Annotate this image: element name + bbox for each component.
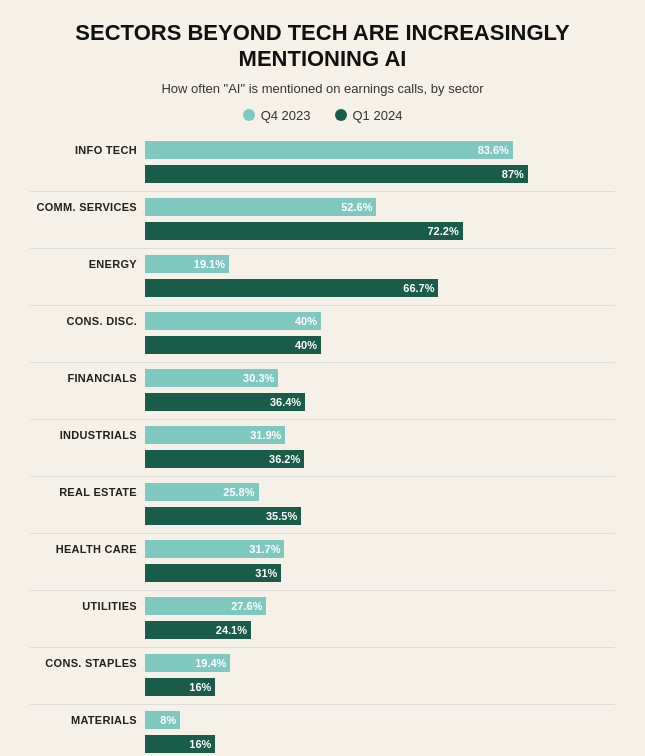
bar-value-q4: 25.8%: [223, 486, 254, 498]
bar-group: FINANCIALS30.3%36.4%: [30, 367, 615, 420]
bar-value-q1: 16%: [189, 738, 211, 750]
bar-q4: 19.1%: [145, 255, 229, 273]
bar-q1: 24.1%: [145, 621, 251, 639]
bar-value-q1: 36.4%: [270, 396, 301, 408]
bar-container-q1: 66.7%: [145, 279, 615, 297]
chart-area: INFO TECH83.6%87%COMM. SERVICES52.6%72.2…: [30, 139, 615, 756]
sector-label: INDUSTRIALS: [30, 429, 145, 441]
bar-value-q1: 87%: [502, 168, 524, 180]
bar-q1: 35.5%: [145, 507, 301, 525]
bar-container-q1: 24.1%: [145, 621, 615, 639]
bar-value-q4: 52.6%: [341, 201, 372, 213]
bar-row-q4: MATERIALS8%: [30, 709, 615, 731]
sector-label: ENERGY: [30, 258, 145, 270]
bar-container-q4: 8%: [145, 711, 615, 729]
bar-value-q1: 35.5%: [266, 510, 297, 522]
bar-value-q4: 8%: [160, 714, 176, 726]
sector-label: INFO TECH: [30, 144, 145, 156]
bar-row-q1: 36.2%: [30, 448, 615, 470]
bar-container-q4: 19.1%: [145, 255, 615, 273]
bar-row-q4: UTILITIES27.6%: [30, 595, 615, 617]
bar-container-q1: 72.2%: [145, 222, 615, 240]
bar-q1: 16%: [145, 678, 215, 696]
bar-row-q1: 72.2%: [30, 220, 615, 242]
bar-row-q1: 35.5%: [30, 505, 615, 527]
bar-value-q4: 31.7%: [249, 543, 280, 555]
sector-label: CONS. STAPLES: [30, 657, 145, 669]
legend: Q4 2023 Q1 2024: [30, 108, 615, 123]
bar-container-q1: 35.5%: [145, 507, 615, 525]
bar-value-q4: 27.6%: [231, 600, 262, 612]
bar-q1: 40%: [145, 336, 321, 354]
bar-q4: 31.7%: [145, 540, 284, 558]
chart-title: SECTORS BEYOND TECH ARE INCREASINGLY MEN…: [30, 20, 615, 73]
bar-container-q4: 40%: [145, 312, 615, 330]
bar-group: COMM. SERVICES52.6%72.2%: [30, 196, 615, 249]
bar-row-q1: 16%: [30, 733, 615, 755]
legend-q1: Q1 2024: [335, 108, 403, 123]
bar-q1: 16%: [145, 735, 215, 753]
bar-row-q4: ENERGY19.1%: [30, 253, 615, 275]
bar-q1: 36.2%: [145, 450, 304, 468]
bar-value-q1: 36.2%: [269, 453, 300, 465]
bar-row-q4: HEALTH CARE31.7%: [30, 538, 615, 560]
sector-label: REAL ESTATE: [30, 486, 145, 498]
bar-q4: 40%: [145, 312, 321, 330]
bar-q1: 36.4%: [145, 393, 305, 411]
bar-container-q4: 52.6%: [145, 198, 615, 216]
bar-q4: 83.6%: [145, 141, 513, 159]
bar-row-q1: 66.7%: [30, 277, 615, 299]
bar-group: CONS. DISC.40%40%: [30, 310, 615, 363]
bar-value-q1: 72.2%: [427, 225, 458, 237]
bar-container-q1: 36.4%: [145, 393, 615, 411]
bar-container-q1: 36.2%: [145, 450, 615, 468]
bar-row-q4: CONS. DISC.40%: [30, 310, 615, 332]
legend-dot-q1: [335, 109, 347, 121]
bar-container-q4: 25.8%: [145, 483, 615, 501]
legend-dot-q4: [243, 109, 255, 121]
bar-group: MATERIALS8%16%: [30, 709, 615, 756]
bar-group: ENERGY19.1%66.7%: [30, 253, 615, 306]
bar-container-q1: 16%: [145, 678, 615, 696]
bar-row-q1: 16%: [30, 676, 615, 698]
bar-value-q4: 30.3%: [243, 372, 274, 384]
bar-group: REAL ESTATE25.8%35.5%: [30, 481, 615, 534]
bar-q4: 31.9%: [145, 426, 285, 444]
bar-q1: 66.7%: [145, 279, 438, 297]
bar-row-q4: FINANCIALS30.3%: [30, 367, 615, 389]
sector-label: COMM. SERVICES: [30, 201, 145, 213]
bar-q4: 8%: [145, 711, 180, 729]
bar-row-q1: 31%: [30, 562, 615, 584]
bar-group: UTILITIES27.6%24.1%: [30, 595, 615, 648]
bar-q4: 19.4%: [145, 654, 230, 672]
bar-row-q4: INFO TECH83.6%: [30, 139, 615, 161]
bar-value-q1: 24.1%: [216, 624, 247, 636]
bar-group: CONS. STAPLES19.4%16%: [30, 652, 615, 705]
bar-container-q4: 30.3%: [145, 369, 615, 387]
bar-q1: 72.2%: [145, 222, 463, 240]
bar-row-q4: CONS. STAPLES19.4%: [30, 652, 615, 674]
bar-q4: 25.8%: [145, 483, 259, 501]
bar-value-q4: 31.9%: [250, 429, 281, 441]
sector-label: UTILITIES: [30, 600, 145, 612]
legend-q1-label: Q1 2024: [353, 108, 403, 123]
bar-group: HEALTH CARE31.7%31%: [30, 538, 615, 591]
bar-q1: 31%: [145, 564, 281, 582]
bar-row-q4: INDUSTRIALS31.9%: [30, 424, 615, 446]
bar-row-q4: REAL ESTATE25.8%: [30, 481, 615, 503]
bar-container-q1: 31%: [145, 564, 615, 582]
bar-value-q4: 19.4%: [195, 657, 226, 669]
bar-value-q4: 40%: [295, 315, 317, 327]
sector-label: HEALTH CARE: [30, 543, 145, 555]
bar-group: INDUSTRIALS31.9%36.2%: [30, 424, 615, 477]
bar-container-q4: 19.4%: [145, 654, 615, 672]
bar-row-q1: 87%: [30, 163, 615, 185]
sector-label: MATERIALS: [30, 714, 145, 726]
bar-q4: 27.6%: [145, 597, 266, 615]
bar-group: INFO TECH83.6%87%: [30, 139, 615, 192]
bar-value-q1: 40%: [295, 339, 317, 351]
bar-container-q4: 83.6%: [145, 141, 615, 159]
bar-q4: 52.6%: [145, 198, 376, 216]
sector-label: FINANCIALS: [30, 372, 145, 384]
bar-row-q1: 24.1%: [30, 619, 615, 641]
